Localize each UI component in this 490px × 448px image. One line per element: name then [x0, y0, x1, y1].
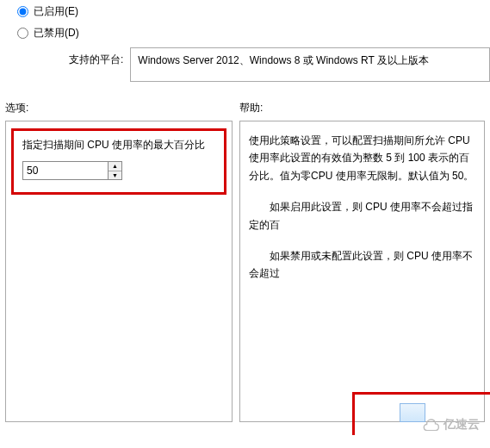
- radio-disabled-input[interactable]: [17, 28, 28, 39]
- platform-value: Windows Server 2012、Windows 8 或 Windows …: [138, 54, 429, 66]
- options-section-label: 选项:: [5, 101, 239, 115]
- platform-row: 支持的平台: Windows Server 2012、Windows 8 或 W…: [69, 47, 473, 82]
- watermark: 亿速云: [421, 417, 480, 432]
- platform-label: 支持的平台:: [69, 47, 123, 67]
- help-panel: 使用此策略设置，可以配置扫描期间所允许 CPU 使用率此设置的有效值为整数 5 …: [239, 121, 485, 422]
- spinner-buttons: ▲ ▼: [109, 161, 122, 180]
- cpu-percentage-input[interactable]: [22, 161, 109, 180]
- help-paragraph-1: 使用此策略设置，可以配置扫描期间所允许 CPU 使用率此设置的有效值为整数 5 …: [249, 132, 475, 184]
- help-section-label: 帮助:: [239, 101, 485, 115]
- options-panel: 指定扫描期间 CPU 使用率的最大百分比 ▲ ▼: [5, 121, 233, 422]
- spinner-up-button[interactable]: ▲: [109, 162, 121, 171]
- help-paragraph-3: 如果禁用或未配置此设置，则 CPU 使用率不会超过: [249, 247, 475, 283]
- radio-enabled-label: 已启用(E): [34, 4, 78, 19]
- help-paragraph-2: 如果启用此设置，则 CPU 使用率不会超过指定的百: [249, 198, 475, 233]
- radio-enabled-input[interactable]: [17, 6, 28, 17]
- spinner-down-button[interactable]: ▼: [109, 171, 121, 180]
- cloud-icon: [421, 419, 440, 431]
- cpu-option-label: 指定扫描期间 CPU 使用率的最大百分比: [22, 138, 215, 152]
- radio-enabled[interactable]: 已启用(E): [17, 4, 473, 19]
- platform-box: Windows Server 2012、Windows 8 或 Windows …: [130, 47, 490, 82]
- watermark-text: 亿速云: [443, 417, 480, 432]
- cpu-percentage-spinner: ▲ ▼: [22, 161, 126, 180]
- state-radio-group: 已启用(E) 已禁用(D): [17, 4, 473, 40]
- radio-disabled[interactable]: 已禁用(D): [17, 26, 473, 40]
- highlight-annotation: 指定扫描期间 CPU 使用率的最大百分比 ▲ ▼: [11, 128, 226, 195]
- radio-disabled-label: 已禁用(D): [34, 26, 79, 40]
